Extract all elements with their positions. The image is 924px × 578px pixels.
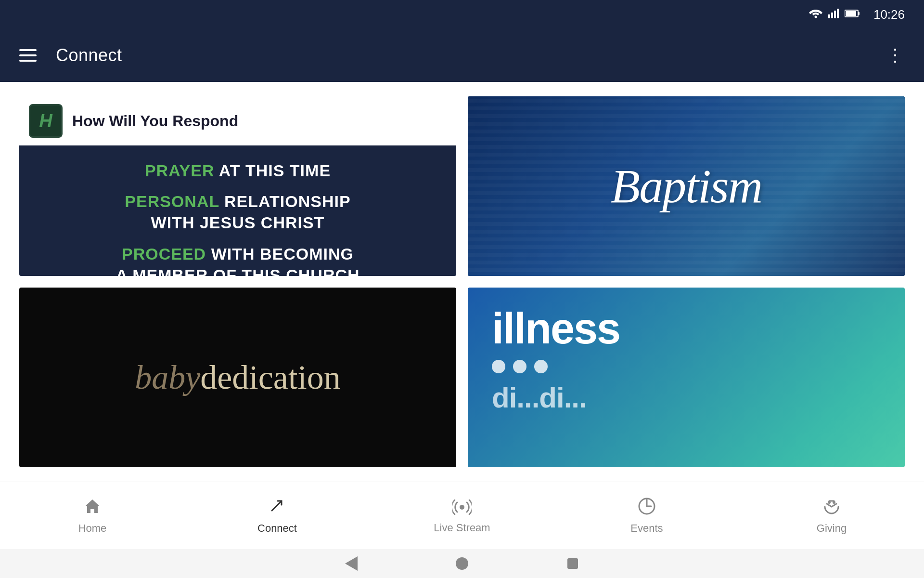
hamburger-menu[interactable]: [19, 49, 37, 62]
card1-line1: PRAYER AT THIS TIME: [145, 160, 331, 181]
app-bar-title: Connect: [56, 45, 122, 66]
signal-icon: [828, 8, 839, 21]
svg-rect-3: [834, 11, 836, 18]
events-icon: [638, 497, 656, 518]
baptism-title: Baptism: [611, 158, 762, 214]
card1-highlight1: PRAYER: [145, 161, 215, 180]
recents-button[interactable]: [565, 556, 580, 571]
svg-rect-2: [831, 13, 833, 18]
svg-rect-6: [858, 12, 860, 15]
nav-giving-label: Giving: [817, 522, 847, 535]
svg-rect-7: [846, 11, 856, 16]
bottom-nav: Home Connect Live Stream: [0, 482, 924, 549]
system-nav: [0, 549, 924, 578]
live-stream-icon: [452, 498, 472, 518]
illness-subtitle: di...di...: [492, 381, 881, 414]
card1-body: PRAYER AT THIS TIME PERSONAL RELATIONSHI…: [19, 145, 456, 276]
illness-dots: [492, 360, 881, 373]
nav-giving[interactable]: Giving: [739, 497, 924, 535]
nav-home-label: Home: [78, 522, 107, 535]
status-time: 10:26: [873, 7, 905, 22]
svg-point-0: [814, 16, 817, 18]
card1-rest1: AT THIS TIME: [219, 161, 331, 180]
card1-highlight3: PROCEED: [122, 245, 206, 263]
illness-title: illness: [492, 307, 881, 350]
nav-events-label: Events: [630, 522, 663, 535]
illness-dot-2: [513, 360, 526, 373]
nav-connect-label: Connect: [257, 522, 297, 535]
card1-line3: PROCEED WITH BECOMINGA MEMBER OF THIS CH…: [116, 243, 359, 276]
status-bar: 10:26: [0, 0, 924, 29]
baby-text-container: babydedication: [135, 361, 341, 394]
nav-live-stream-label: Live Stream: [434, 522, 490, 534]
respond-card[interactable]: H How Will You Respond PRAYER AT THIS TI…: [19, 96, 456, 276]
baptism-bg: Baptism: [468, 96, 905, 276]
svg-rect-1: [828, 14, 830, 18]
connect-icon: [268, 497, 286, 518]
nav-home[interactable]: Home: [0, 497, 185, 535]
svg-point-8: [460, 505, 464, 510]
dedication-text: dedication: [200, 359, 341, 396]
svg-point-13: [833, 501, 835, 504]
svg-point-12: [828, 501, 831, 504]
illness-dot-3: [534, 360, 548, 373]
back-button[interactable]: [344, 556, 359, 571]
baptism-card[interactable]: Baptism: [468, 96, 905, 276]
church-logo-letter: H: [39, 111, 52, 131]
content-grid: H How Will You Respond PRAYER AT THIS TI…: [0, 82, 924, 482]
baby-dedication-card[interactable]: babydedication: [19, 288, 456, 467]
more-options-button[interactable]: ⋮: [886, 47, 905, 64]
app-bar: Connect ⋮: [0, 29, 924, 82]
illness-dot-1: [492, 360, 505, 373]
svg-rect-4: [837, 9, 839, 18]
card1-highlight2: PERSONAL: [125, 192, 219, 210]
baby-dedication-text: babydedication: [135, 361, 341, 394]
card1-title: How Will You Respond: [72, 112, 238, 130]
home-button[interactable]: [455, 556, 469, 571]
nav-connect[interactable]: Connect: [185, 497, 370, 535]
card1-header: H How Will You Respond: [19, 96, 456, 145]
illness-card[interactable]: illness di...di...: [468, 288, 905, 467]
wifi-icon: [809, 8, 822, 21]
home-icon: [83, 497, 102, 518]
nav-events[interactable]: Events: [554, 497, 739, 535]
giving-icon: [822, 497, 841, 518]
card1-line2: PERSONAL RELATIONSHIPWITH JESUS CHRIST: [125, 191, 350, 233]
battery-icon: [845, 8, 860, 21]
church-logo: H: [29, 104, 63, 138]
nav-live-stream[interactable]: Live Stream: [370, 498, 554, 534]
baby-text: baby: [135, 359, 200, 396]
